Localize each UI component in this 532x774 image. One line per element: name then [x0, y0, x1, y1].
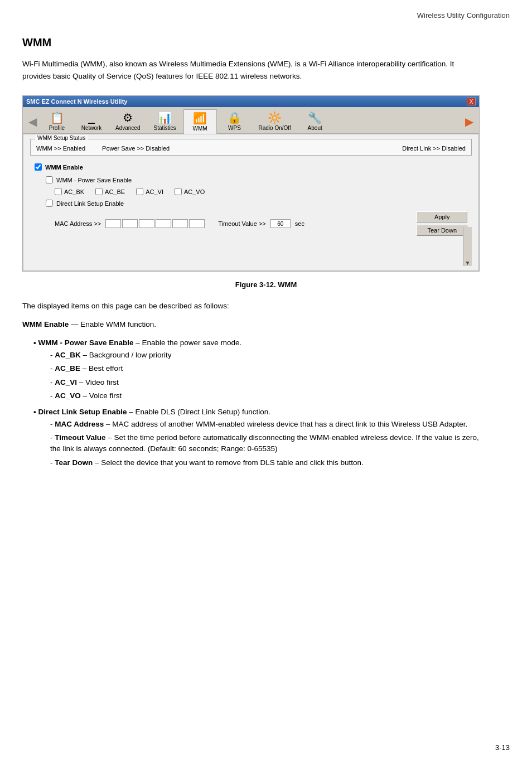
form-area: WMM Enable WMM - Power Save Enable AC_BK…: [30, 161, 472, 244]
app-titlebar-title: SMC EZ Connect N Wireless Utility: [26, 98, 127, 105]
tab-advanced[interactable]: ⚙ Advanced: [109, 109, 146, 133]
bullet-list: WMM - Power Save Enable – Enable the pow…: [33, 337, 480, 468]
timeout-label: Timeout Value >>: [218, 220, 266, 227]
sub-1-1-desc: – Set the time period before automatical…: [50, 433, 479, 453]
tab-about[interactable]: 🔧 About: [298, 109, 332, 133]
wmm-power-save-checkbox[interactable]: [46, 176, 53, 183]
displayed-items-text: The displayed items on this page can be …: [22, 300, 480, 313]
wmm-power-save-row: WMM - Power Save Enable: [46, 176, 467, 183]
sub-0-2: AC_VI – Video first: [50, 377, 480, 388]
mac-address-label: MAC Address >>: [55, 220, 101, 227]
sub-1-1-title: Timeout Value: [55, 433, 105, 442]
direct-link-row: Direct Link Setup Enable: [46, 200, 467, 207]
bullet-item-1: Direct Link Setup Enable – Enable DLS (D…: [33, 406, 480, 468]
statistics-icon: 📊: [158, 112, 172, 123]
scrollbar[interactable]: ▼: [463, 227, 472, 266]
ac-bk-item: AC_BK: [55, 188, 84, 195]
ac-bk-checkbox[interactable]: [55, 188, 62, 195]
bullet-0-desc: – Enable the power save mode.: [134, 338, 242, 347]
apply-button[interactable]: Apply: [417, 211, 467, 222]
mac-field-1[interactable]: [105, 219, 121, 228]
sub-0-1-desc: – Best effort: [80, 364, 123, 373]
tab-network[interactable]: ⎯ Network: [75, 109, 108, 133]
app-titlebar: SMC EZ Connect N Wireless Utility X: [23, 96, 479, 107]
sub-1-0-desc: – MAC address of another WMM-enabled wir…: [104, 420, 467, 428]
ac-vi-checkbox[interactable]: [136, 188, 143, 195]
scroll-down-arrow[interactable]: ▼: [465, 260, 471, 266]
direct-link-label: Direct Link Setup Enable: [56, 200, 124, 207]
ac-be-checkbox[interactable]: [95, 188, 103, 195]
radio-icon: 🔆: [268, 112, 282, 123]
tab-about-label: About: [308, 125, 322, 131]
tab-radio-label: Radio On/Off: [259, 125, 291, 131]
ac-row: AC_BK AC_BE AC_VI AC_VO: [55, 188, 467, 195]
bullet-item-0: WMM - Power Save Enable – Enable the pow…: [33, 337, 480, 401]
sub-list-0: AC_BK – Background / low priority AC_BE …: [50, 350, 480, 401]
teardown-button[interactable]: Tear Down: [417, 225, 467, 236]
sub-0-2-title: AC_VI: [55, 378, 77, 386]
sub-1-2-title: Tear Down: [55, 458, 93, 467]
wmm-icon: 📶: [193, 113, 207, 124]
tab-profile[interactable]: 📋 Profile: [40, 109, 74, 133]
sub-0-1-title: AC_BE: [55, 364, 80, 373]
status-group: WMM Setup Status WMM >> Enabled Power Sa…: [30, 139, 472, 156]
direct-link-checkbox[interactable]: [46, 200, 53, 207]
page-number: 3-13: [495, 743, 510, 752]
intro-text: Wi-Fi Multimedia (WMM), also known as Wi…: [22, 58, 480, 82]
bullet-0-title: WMM - Power Save Enable: [38, 338, 133, 347]
sub-0-0-desc: – Background / low priority: [81, 351, 172, 359]
tab-wmm[interactable]: 📶 WMM: [183, 109, 217, 134]
wmm-enable-row: WMM Enable: [35, 163, 467, 171]
tab-wps-label: WPS: [228, 125, 241, 131]
mac-field-5[interactable]: [172, 219, 188, 228]
close-button[interactable]: X: [467, 98, 476, 105]
sub-1-2-desc: – Select the device that you want to rem…: [93, 458, 364, 467]
mac-field-3[interactable]: [139, 219, 154, 228]
wmm-power-save-label: WMM - Power Save Enable: [56, 177, 132, 183]
mac-field-4[interactable]: [156, 219, 171, 228]
tab-network-label: Network: [81, 125, 102, 131]
tab-statistics[interactable]: 📊 Statistics: [147, 109, 182, 133]
figure-caption-text: Figure 3-12. WMM: [235, 280, 297, 289]
status-row: WMM >> Enabled Power Save >> Disabled Di…: [36, 145, 466, 152]
wmm-enable-title: WMM Enable: [22, 320, 69, 328]
sub-0-3-title: AC_VO: [55, 391, 81, 400]
ac-vo-checkbox[interactable]: [175, 188, 182, 195]
tab-profile-label: Profile: [49, 125, 65, 131]
tab-statistics-label: Statistics: [153, 125, 176, 131]
ac-vo-item: AC_VO: [175, 188, 205, 195]
advanced-icon: ⚙: [123, 112, 133, 123]
wmm-status: WMM >> Enabled: [36, 145, 85, 152]
sub-0-2-desc: – Video first: [77, 378, 119, 386]
toolbar-tabs: 📋 Profile ⎯ Network ⚙ Advanced 📊 Statist…: [40, 109, 462, 133]
timeout-value-input[interactable]: [270, 219, 291, 228]
mac-fields: [105, 219, 205, 228]
wmm-enable-checkbox[interactable]: [35, 163, 42, 171]
sub-1-0: MAC Address – MAC address of another WMM…: [50, 419, 480, 430]
wmm-enable-desc: WMM Enable — Enable WMM function.: [22, 318, 480, 331]
tab-wps[interactable]: 🔒 WPS: [218, 109, 252, 133]
ac-vo-label: AC_VO: [184, 188, 205, 195]
mac-field-6[interactable]: [189, 219, 205, 228]
ac-bk-label: AC_BK: [64, 188, 84, 195]
forward-button[interactable]: ▶: [462, 109, 477, 133]
sub-0-3-desc: – Voice first: [81, 391, 122, 400]
sub-0-0: AC_BK – Background / low priority: [50, 350, 480, 361]
about-icon: 🔧: [308, 112, 322, 123]
mac-timeout-row: MAC Address >> Timeout Value >> sec Appl…: [55, 211, 467, 236]
mac-field-2[interactable]: [122, 219, 138, 228]
direct-link-status: Direct Link >> Disabled: [402, 145, 466, 152]
figure-caption: Figure 3-12. WMM: [22, 280, 510, 289]
tab-advanced-label: Advanced: [115, 125, 140, 131]
back-button[interactable]: ◀: [25, 109, 40, 133]
app-window: SMC EZ Connect N Wireless Utility X ◀ 📋 …: [22, 95, 480, 272]
ac-be-item: AC_BE: [95, 188, 125, 195]
tab-radio-onoff[interactable]: 🔆 Radio On/Off: [253, 109, 297, 133]
ac-vi-item: AC_VI: [136, 188, 163, 195]
bullet-1-title: Direct Link Setup Enable: [38, 408, 127, 416]
header-title: Wireless Utility Configuration: [417, 11, 510, 20]
sub-1-0-title: MAC Address: [55, 420, 104, 428]
sub-1-2: Tear Down – Select the device that you w…: [50, 457, 480, 468]
sub-0-0-title: AC_BK: [55, 351, 81, 359]
section-title: WMM: [22, 36, 510, 49]
